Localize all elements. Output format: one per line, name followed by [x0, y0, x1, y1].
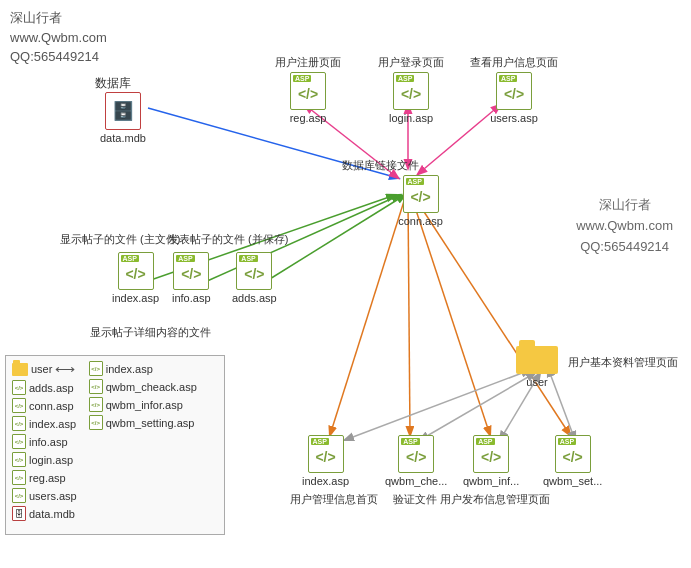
panel-folder-user: user ⟷ — [10, 360, 79, 378]
reg-asp-icon: 用户注册页面 </> reg.asp — [275, 55, 341, 124]
mini-asp-icon-users: </> — [12, 488, 26, 503]
qwbm-set-label: qwbm_set... — [543, 475, 602, 487]
reg-asp-label: reg.asp — [290, 112, 327, 124]
panel-user-index-asp: </> index.asp — [87, 360, 199, 377]
mini-asp-icon-login: </> — [12, 452, 26, 467]
login-asp-label: login.asp — [389, 112, 433, 124]
index-asp-user-label: index.asp — [302, 475, 349, 487]
index-asp-main-label: index.asp — [112, 292, 159, 304]
db-conn-label: 数据库链接文件 — [342, 158, 419, 173]
qwbm-che-icon: </> qwbm_che... — [385, 435, 447, 487]
conn-asp-img: </> — [403, 175, 439, 213]
mini-folder-icon — [12, 363, 28, 376]
conn-asp-label: conn.asp — [398, 215, 443, 227]
login-asp-img: </> — [393, 72, 429, 110]
mini-asp-icon-adds: </> — [12, 380, 26, 395]
qwbm-che-label: qwbm_che... — [385, 475, 447, 487]
panel-data-mdb: 🗄 data.mdb — [10, 505, 79, 522]
file-panel-col1: user ⟷ </> adds.asp </> conn.asp </> ind… — [10, 360, 79, 530]
folder-img — [516, 340, 558, 374]
user-reg-label: 用户注册页面 — [275, 55, 341, 70]
panel-info-label: info.asp — [29, 436, 68, 448]
svg-line-7 — [330, 198, 405, 435]
panel-qwbm-cheack: </> qwbm_cheack.asp — [87, 378, 199, 395]
user-login-label: 用户登录页面 — [378, 55, 444, 70]
user-pub-label: 用户发布信息管理页面 — [440, 492, 550, 507]
mini-asp-icon-infor: </> — [89, 397, 103, 412]
qwbm-set-img: </> — [555, 435, 591, 473]
panel-adds-label: adds.asp — [29, 382, 74, 394]
panel-login-asp: </> login.asp — [10, 451, 79, 468]
users-asp-label: users.asp — [490, 112, 538, 124]
data-mdb-label: data.mdb — [100, 132, 146, 144]
panel-index-asp: </> index.asp — [10, 415, 79, 432]
watermark-bottom-right: 深山行者 www.Qwbm.com QQ:565449214 — [576, 195, 673, 257]
login-asp-icon: 用户登录页面 </> login.asp — [378, 55, 444, 124]
panel-conn-label: conn.asp — [29, 400, 74, 412]
file-panel-col2: </> index.asp </> qwbm_cheack.asp </> qw… — [87, 360, 199, 530]
svg-line-11 — [345, 370, 530, 440]
qwbm-set-icon: </> qwbm_set... — [543, 435, 602, 487]
qwbm-inf-label: qwbm_inf... — [463, 475, 519, 487]
index-asp-main-icon: </> index.asp — [112, 252, 159, 304]
panel-qwbm-setting: </> qwbm_setting.asp — [87, 414, 199, 431]
panel-setting-label: qwbm_setting.asp — [106, 417, 195, 429]
info-asp-label: info.asp — [172, 292, 211, 304]
mini-mdb-icon: 🗄 — [12, 506, 26, 521]
database-file-icon: 数据库 🗄️ data.mdb — [100, 75, 146, 144]
mini-asp-icon-reg: </> — [12, 470, 26, 485]
users-asp-img: </> — [496, 72, 532, 110]
mini-asp-icon-user-index: </> — [89, 361, 103, 376]
db-label: 数据库 — [95, 75, 131, 92]
panel-index-label: index.asp — [29, 418, 76, 430]
panel-conn-asp: </> conn.asp — [10, 397, 79, 414]
user-folder-icon: user — [516, 340, 558, 388]
panel-reg-label: reg.asp — [29, 472, 66, 484]
panel-info-asp: </> info.asp — [10, 433, 79, 450]
panel-users-asp: </> users.asp — [10, 487, 79, 504]
show-post-label: 显示帖子的文件 (主文件) — [60, 232, 180, 247]
mini-asp-icon-cheack: </> — [89, 379, 103, 394]
qwbm-inf-icon: </> qwbm_inf... — [463, 435, 519, 487]
info-asp-img: </> — [173, 252, 209, 290]
mini-asp-icon-info: </> — [12, 434, 26, 449]
users-asp-icon: 查看用户信息页面 </> users.asp — [470, 55, 558, 124]
user-basic-label: 用户基本资料管理页面 — [568, 355, 678, 370]
watermark-top-left: 深山行者 www.Qwbm.com QQ:565449214 — [10, 8, 107, 67]
mdb-icon: 🗄️ — [105, 92, 141, 130]
user-info-label: 查看用户信息页面 — [470, 55, 558, 70]
adds-asp-img: </> — [236, 252, 272, 290]
file-panel: user ⟷ </> adds.asp </> conn.asp </> ind… — [5, 355, 225, 535]
svg-line-10 — [415, 198, 570, 435]
mini-asp-icon-setting: </> — [89, 415, 103, 430]
panel-users-label: users.asp — [29, 490, 77, 502]
svg-line-9 — [412, 198, 490, 435]
index-asp-main-img: </> — [118, 252, 154, 290]
index-asp-user-icon: </> index.asp — [302, 435, 349, 487]
conn-asp-icon: 数据库链接文件 </> conn.asp — [382, 158, 459, 227]
show-detail-label: 显示帖子详细内容的文件 — [90, 325, 211, 340]
post-post-label: 发表帖子的文件 (并保存) — [168, 232, 288, 247]
panel-login-label: login.asp — [29, 454, 73, 466]
verify-file-label: 验证文件 — [393, 492, 437, 507]
user-folder-label: user — [526, 376, 547, 388]
info-asp-icon: </> info.asp — [172, 252, 211, 304]
panel-folder-user-label: user — [31, 363, 52, 375]
mini-asp-icon-conn: </> — [12, 398, 26, 413]
qwbm-inf-img: </> — [473, 435, 509, 473]
reg-asp-img: </> — [290, 72, 326, 110]
index-asp-user-img: </> — [308, 435, 344, 473]
panel-user-index-label: index.asp — [106, 363, 153, 375]
panel-adds-asp: </> adds.asp — [10, 379, 79, 396]
qwbm-che-img: </> — [398, 435, 434, 473]
adds-asp-label: adds.asp — [232, 292, 277, 304]
adds-asp-icon: </> adds.asp — [232, 252, 277, 304]
panel-qwbm-infor: </> qwbm_infor.asp — [87, 396, 199, 413]
panel-data-mdb-label: data.mdb — [29, 508, 75, 520]
mini-asp-icon-index: </> — [12, 416, 26, 431]
panel-cheack-label: qwbm_cheack.asp — [106, 381, 197, 393]
svg-line-8 — [408, 198, 410, 435]
panel-reg-asp: </> reg.asp — [10, 469, 79, 486]
panel-infor-label: qwbm_infor.asp — [106, 399, 183, 411]
user-mgmt-label: 用户管理信息首页 — [290, 492, 378, 507]
